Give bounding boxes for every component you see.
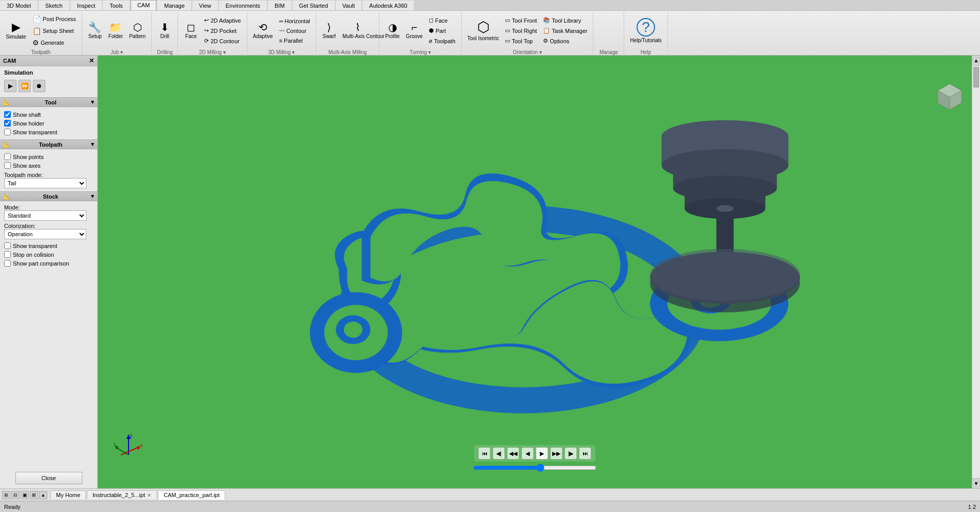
scroll-track[interactable]	[972, 66, 980, 478]
tab-my-home[interactable]: My Home	[50, 490, 86, 499]
folder-button[interactable]: 📁 Folder	[106, 21, 125, 41]
sim-icon-1[interactable]: ▶	[4, 80, 16, 92]
show-shaft-checkbox[interactable]	[4, 111, 11, 118]
thread-button[interactable]: ⌀ Toolpath	[426, 36, 458, 46]
tab-autodesk[interactable]: Autodesk A360	[362, 1, 414, 10]
3d-milling-group-label: 3D Milling ▾	[268, 49, 295, 55]
help-tutorials-button[interactable]: ? Help/Tutorials	[627, 16, 664, 45]
tab-view[interactable]: View	[192, 1, 218, 10]
scroll-down[interactable]: ▼	[972, 478, 980, 488]
2d-pocket-button[interactable]: ↪ 2D Pocket	[202, 26, 243, 36]
tool-library-button[interactable]: 📚 Tool Library	[540, 15, 590, 25]
show-axes-label: Show axes	[13, 163, 41, 169]
view-icon-2[interactable]: ⊟	[11, 491, 20, 499]
scroll-up[interactable]: ▲	[972, 56, 980, 66]
generate-button[interactable]: ⚙ Generate	[30, 37, 79, 48]
tab-vault[interactable]: Vault	[336, 1, 361, 10]
tool-section-collapse[interactable]: ▾	[91, 99, 94, 105]
show-holder-checkbox[interactable]	[4, 120, 11, 127]
step-forward-button[interactable]: ▶▶	[550, 447, 562, 460]
stock-section-collapse[interactable]: ▾	[91, 193, 94, 200]
step-back-button[interactable]: ◀◀	[507, 447, 519, 460]
show-transparent-stock-checkbox[interactable]	[4, 242, 11, 249]
show-axes-checkbox[interactable]	[4, 162, 11, 169]
parallel-button[interactable]: ≡ Parallel	[277, 36, 313, 45]
skip-end-button[interactable]: ⏭	[579, 447, 591, 460]
view-icon-4[interactable]: ⊠	[30, 491, 38, 499]
tab-inspect[interactable]: Inspect	[70, 1, 102, 10]
task-manager-button[interactable]: 📋 Task Manager	[540, 26, 590, 36]
2d-adaptive-button[interactable]: ↩ 2D Adaptive	[202, 15, 243, 25]
part-button[interactable]: ⬢ Part	[426, 26, 458, 36]
tool-right-button[interactable]: ▭ Tool Right	[502, 26, 539, 36]
face-turn-button[interactable]: ◻ Face	[426, 15, 458, 25]
single-step-back-button[interactable]: ◀	[521, 447, 534, 460]
tool-top-button[interactable]: ▭ Tool Top	[502, 36, 539, 46]
view-icon-1[interactable]: ⊞	[2, 491, 10, 499]
turning-group-label: Turning ▾	[410, 49, 431, 55]
svg-text:Z: Z	[130, 434, 133, 439]
options-button[interactable]: ⚙ Options	[540, 36, 590, 46]
parallel-label: Parallel	[284, 38, 303, 44]
pattern-button[interactable]: ⬡ Pattern	[126, 21, 148, 41]
tab-environments[interactable]: Environments	[219, 1, 267, 10]
setup-button[interactable]: 🔧 Setup	[85, 21, 105, 41]
tool-section-header[interactable]: 📐 Tool ▾	[0, 97, 97, 107]
setup-sheet-button[interactable]: 📋 Setup Sheet	[30, 25, 79, 37]
toolpath-mode-select[interactable]: Tail Full None	[4, 178, 86, 188]
show-part-comparison-checkbox[interactable]	[4, 260, 11, 267]
viewport[interactable]: Z X Y ⏮ ◀| ◀◀ ◀	[98, 56, 972, 488]
drill-button[interactable]: ⬇ Drill	[155, 21, 174, 41]
horizontal-button[interactable]: ═ Horizontal	[277, 16, 313, 26]
multi-axis-contour-button[interactable]: ⌇ Multi-Axis Contour	[340, 21, 376, 41]
tool-front-label: Tool Front	[512, 17, 537, 24]
simulate-button[interactable]: ▶ Simulate	[3, 20, 29, 41]
next-segment-button[interactable]: |▶	[565, 447, 577, 460]
adaptive-button[interactable]: ⟲ Adaptive	[250, 21, 276, 41]
face-button[interactable]: ◻ Face	[181, 21, 201, 41]
profile-button[interactable]: ◑ Profile	[383, 21, 402, 41]
mode-select[interactable]: Standard Difference None	[4, 210, 86, 221]
colorization-select[interactable]: Operation Tool Speed Feed	[4, 229, 86, 239]
tab-manage[interactable]: Manage	[157, 1, 191, 10]
show-transparent-tool-checkbox[interactable]	[4, 129, 11, 135]
stop-on-collision-checkbox[interactable]	[4, 251, 11, 258]
toolpath-section-icon: 📐	[3, 141, 10, 148]
tab-instructable[interactable]: Instructable_2_5...ipt ✕	[87, 490, 157, 499]
tab-3d-model[interactable]: 3D Model	[0, 1, 38, 10]
contour-button[interactable]: 〰 Contour	[277, 26, 313, 36]
sim-icon-3[interactable]: ⏺	[33, 80, 45, 92]
part-label: Part	[435, 28, 446, 34]
tab-instructable-close[interactable]: ✕	[147, 492, 151, 498]
scroll-thumb[interactable]	[973, 67, 979, 87]
view-icon-5[interactable]: ▲	[39, 491, 47, 499]
tab-bim[interactable]: BIM	[268, 1, 292, 10]
stock-section-header[interactable]: 📐 Stock ▾	[0, 191, 97, 201]
tab-tools[interactable]: Tools	[103, 1, 130, 10]
toolpath-section-header[interactable]: 📐 Toolpath ▾	[0, 139, 97, 149]
prev-segment-button[interactable]: ◀|	[493, 447, 505, 460]
toolpath-shape-main	[335, 173, 707, 413]
skip-start-button[interactable]: ⏮	[478, 447, 491, 460]
tool-isometric-button[interactable]: ⬡ Tool Isometric	[465, 19, 502, 43]
playback-slider[interactable]	[473, 464, 596, 472]
orientation-cube[interactable]	[936, 81, 961, 107]
tool-front-button[interactable]: ▭ Tool Front	[502, 15, 539, 25]
show-points-row: Show points	[4, 152, 93, 161]
tab-get-started[interactable]: Get Started	[293, 1, 335, 10]
panel-close-button[interactable]: ✕	[89, 57, 94, 64]
tab-sketch[interactable]: Sketch	[39, 1, 69, 10]
post-process-button[interactable]: 📄 Post Process	[30, 13, 79, 25]
tab-cam[interactable]: CAM	[131, 0, 156, 10]
groove-button[interactable]: ⌐ Groove	[403, 21, 425, 41]
2d-contour-button[interactable]: ⟳ 2D Contour	[202, 36, 243, 46]
sim-icon-2[interactable]: ⏩	[19, 80, 31, 92]
ribbon-group-toolpath: ▶ Simulate 📄 Post Process 📋 Setup Sheet …	[0, 12, 82, 56]
show-points-checkbox[interactable]	[4, 153, 11, 160]
close-button[interactable]: Close	[15, 472, 82, 484]
play-button[interactable]: ▶	[536, 447, 548, 460]
toolpath-section-collapse[interactable]: ▾	[91, 141, 94, 148]
tab-cam-practice[interactable]: CAM_practice_part.ipt	[158, 490, 225, 500]
swarf-button[interactable]: ⟩ Swarf	[319, 21, 339, 41]
view-icon-3[interactable]: ▣	[21, 491, 29, 499]
